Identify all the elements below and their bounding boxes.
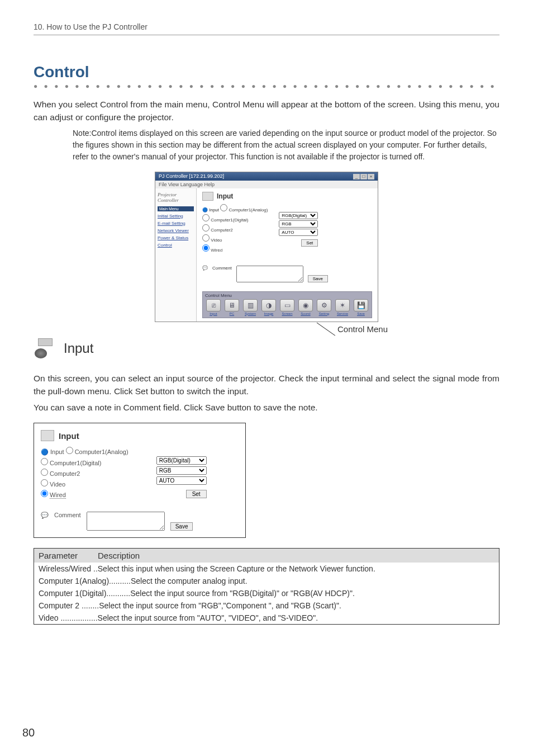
radio-label: Wired	[211, 248, 222, 253]
ip-radio-video[interactable]	[41, 479, 48, 486]
ip-comment-label: Comment	[54, 512, 81, 518]
cm-input-label[interactable]: Input	[205, 312, 222, 315]
param-row: Video .................Select the input …	[34, 612, 499, 624]
sidebar-item-initial-setting[interactable]: Initial Setting	[158, 214, 194, 219]
sidebar: Projector Controller Main Menu Initial S…	[155, 188, 197, 322]
window-title: PJ Controller [172.21.99.202]	[159, 173, 224, 179]
cm-service-icon[interactable]: ✶	[335, 299, 350, 311]
ip-radio-wired[interactable]	[41, 490, 48, 497]
panel-title: Input	[217, 192, 233, 200]
cm-setting-label[interactable]: Setting	[316, 312, 332, 315]
input-section-icon	[34, 338, 54, 358]
ip-radio-c1-analog[interactable]	[66, 447, 73, 454]
control-menu-callout: Control Menu	[34, 324, 388, 334]
sidebar-item-control[interactable]: Control	[158, 243, 194, 248]
cm-image-icon[interactable]: ◑	[261, 299, 276, 311]
sidebar-item-email-setting[interactable]: E-mail Setting	[158, 221, 194, 226]
note-paragraph: Note:Control items displayed on this scr…	[73, 127, 499, 163]
param-row: Computer 1(Digital)...........Select the…	[34, 587, 499, 599]
chapter-header: 10. How to Use the PJ Controller	[34, 22, 499, 35]
close-icon[interactable]: ×	[368, 174, 374, 179]
ip-radio-c1-digital[interactable]	[41, 458, 48, 465]
input-panel-screenshot: Input 🔵 Input Computer1(Analog) Computer…	[34, 423, 246, 538]
ip-radio-c2[interactable]	[41, 469, 48, 476]
sidebar-logo: Projector Controller	[158, 192, 194, 203]
cm-sound-label[interactable]: Sound	[297, 312, 314, 315]
panel-icon	[202, 192, 213, 201]
input-desc-1: On this screen, you can select an input …	[34, 372, 499, 398]
control-menu-title: Control Menu	[205, 293, 369, 298]
cm-pc-label[interactable]: PC	[223, 312, 240, 315]
input-section-heading: Input	[64, 341, 93, 356]
cm-screen-icon[interactable]: ▭	[280, 299, 294, 311]
select-auto[interactable]: AUTO	[279, 229, 318, 236]
cm-service-label[interactable]: Service	[334, 312, 351, 315]
input-panel-title: Input	[59, 431, 79, 441]
cm-system-icon[interactable]: ▥	[243, 299, 258, 311]
intro-paragraph: When you select Control from the main me…	[34, 98, 499, 124]
cm-setting-icon[interactable]: ⚙	[317, 299, 331, 311]
input-group-label: Input	[209, 207, 219, 212]
dotted-separator: ● ● ● ● ● ● ● ● ● ● ● ● ● ● ● ● ● ● ● ● …	[34, 82, 499, 90]
cm-pc-icon[interactable]: 🖥	[225, 299, 239, 311]
page-number: 80	[22, 726, 35, 739]
cm-image-label[interactable]: Image	[260, 312, 277, 315]
app-menubar[interactable]: File View Language Help	[155, 181, 378, 188]
select-rgb-digital[interactable]: RGB(Digital)	[279, 212, 318, 219]
save-button[interactable]: Save	[308, 275, 328, 282]
main-heading: Control	[34, 63, 499, 81]
param-header-parameter: Parameter	[39, 551, 78, 560]
ip-save-button[interactable]: Save	[170, 522, 193, 531]
radio-computer2[interactable]	[202, 224, 210, 231]
comment-label: Comment	[212, 266, 232, 271]
param-row: Computer 1(Analog)..........Select the c…	[34, 575, 499, 587]
cm-input-icon[interactable]: ⎚	[206, 299, 221, 311]
ip-select-rgb-digital[interactable]: RGB(Digital)	[156, 456, 207, 465]
ip-set-button[interactable]: Set	[186, 490, 207, 498]
radio-computer1-digital[interactable]	[202, 214, 210, 221]
comment-textarea[interactable]	[236, 266, 303, 282]
radio-label: Computer1(Analog)	[75, 448, 129, 455]
minimize-icon[interactable]: _	[353, 174, 360, 179]
radio-video[interactable]	[202, 234, 210, 242]
cm-save-icon[interactable]: 💾	[354, 299, 368, 311]
radio-wired[interactable]	[202, 244, 210, 252]
radio-label: Computer1(Digital)	[211, 218, 248, 223]
input-panel-icon	[41, 430, 54, 441]
control-menu-bar: Control Menu ⎚Input 🖥PC ▥System ◑Image ▭…	[202, 291, 372, 318]
input-desc-2: You can save a note in Comment field. Cl…	[34, 401, 499, 414]
ip-select-auto[interactable]: AUTO	[156, 476, 207, 485]
sidebar-item-network-viewer[interactable]: Network Viewer	[158, 228, 194, 233]
radio-label: Video	[50, 481, 65, 488]
main-panel: Input 🔵 Input Computer1(Analog) Computer…	[197, 188, 378, 322]
radio-computer1-analog[interactable]	[220, 204, 227, 211]
cm-screen-label[interactable]: Screen	[279, 312, 296, 315]
window-controls: _□×	[353, 173, 374, 179]
select-rgb[interactable]: RGB	[279, 220, 318, 228]
ip-comment-icon: 💬	[41, 512, 49, 519]
sidebar-item-power-status[interactable]: Power & Status	[158, 235, 194, 240]
cm-sound-icon[interactable]: ◉	[298, 299, 313, 311]
radio-label: Video	[211, 238, 222, 243]
input-panel-group-label: Input	[50, 448, 64, 455]
param-row: Wireless/Wired ..Select this input when …	[34, 563, 499, 575]
param-header-description: Description	[98, 551, 140, 560]
radio-label: Computer1(Digital)	[50, 460, 101, 466]
sidebar-main-menu-label: Main Menu	[158, 206, 194, 211]
maximize-icon[interactable]: □	[360, 174, 367, 179]
radio-label: Computer2	[211, 228, 233, 233]
cm-save-label[interactable]: Save	[353, 312, 369, 315]
ip-comment-textarea[interactable]	[87, 512, 165, 531]
set-button[interactable]: Set	[301, 239, 318, 247]
radio-label: Computer2	[50, 470, 80, 477]
window-titlebar: PJ Controller [172.21.99.202] _□×	[155, 172, 378, 181]
comment-icon: 💬	[202, 266, 208, 271]
parameter-table: Parameter Description Wireless/Wired ..S…	[34, 548, 499, 625]
radio-label: Wired	[50, 492, 66, 499]
radio-label: Computer1(Analog)	[229, 207, 268, 212]
ip-select-rgb[interactable]: RGB	[156, 466, 207, 475]
cm-system-label[interactable]: System	[242, 312, 259, 315]
app-screenshot: PJ Controller [172.21.99.202] _□× File V…	[155, 172, 378, 322]
param-row: Computer 2 ........Select the input sour…	[34, 599, 499, 612]
